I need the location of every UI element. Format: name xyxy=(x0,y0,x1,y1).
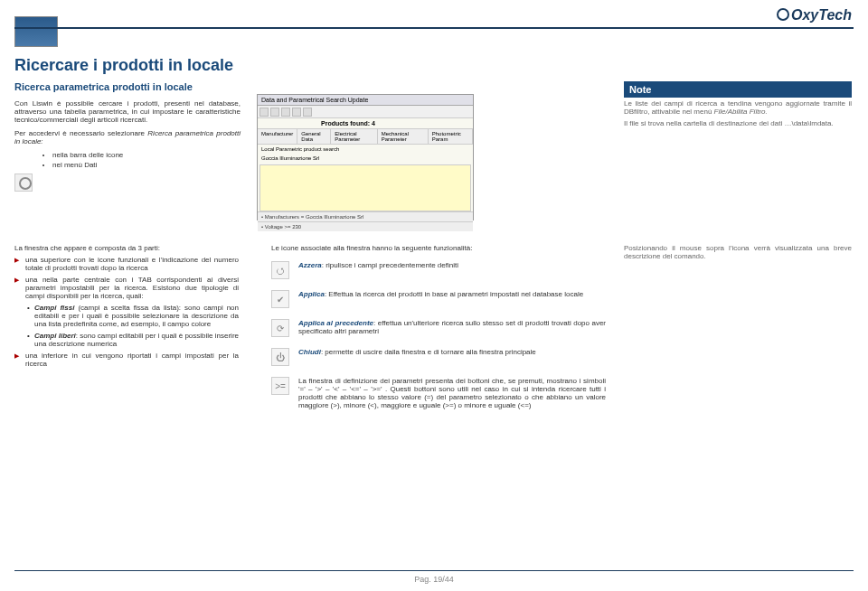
brand-label: OxyTech xyxy=(777,7,852,23)
col-left-p2: Per accedervi è necessario selezionare R… xyxy=(14,129,241,145)
lower-right-column: Posizionando il mouse sopra l'icona verr… xyxy=(624,244,852,260)
products-found: Products found: 4 xyxy=(258,118,473,129)
results-area xyxy=(259,164,471,211)
app-logo-thumb xyxy=(14,16,58,47)
embedded-screenshot: Data and Parametrical Search Update Prod… xyxy=(257,94,474,220)
tabs-row: Manufacturer General Data Electrical Par… xyxy=(258,129,473,145)
lower-left-column: La finestra che appare è composta da 3 p… xyxy=(14,244,239,371)
operators-text: La finestra di definizione dei parametri… xyxy=(298,377,606,409)
toolbar-icon xyxy=(281,108,290,117)
note-p1: Le liste dei campi di ricerca a tendina … xyxy=(624,99,852,116)
list-item: nella barra delle icone xyxy=(52,151,241,159)
toolbar-icon xyxy=(292,108,301,117)
arrow-item: una superiore con le icone funzionali e … xyxy=(14,256,239,272)
status-line-1: • Manufacturers = Goccia Illuminazione S… xyxy=(258,211,473,221)
status-line-2: • Voltage >= 230 xyxy=(258,221,473,231)
lower-right-p1: Posizionando il mouse sopra l'icona verr… xyxy=(624,244,852,260)
section-label: Local Parametric product search xyxy=(258,145,473,154)
lower-mid-lead: Le icone associate alla finestra hanno l… xyxy=(271,244,606,252)
close-icon: ⏻ xyxy=(271,348,289,366)
icon-row-chiudi: ⏻ Chiudi: permette di uscire dalla fines… xyxy=(271,348,606,366)
toolbar-icon xyxy=(303,108,312,117)
toolbar-icon xyxy=(270,108,279,117)
window-title: Data and Parametrical Search Update xyxy=(258,95,473,106)
tab: Manufacturer xyxy=(258,129,297,144)
bullet-item: Campi liberi: sono campi editabili per i… xyxy=(14,332,239,348)
tab: Mechanical Parameter xyxy=(378,129,429,144)
brand-ring-icon xyxy=(777,8,789,21)
footer-rule xyxy=(14,570,854,571)
tab: Electrical Parameter xyxy=(331,129,377,144)
window-toolbar xyxy=(258,106,473,118)
note-column: Le liste dei campi di ricerca a tendina … xyxy=(624,99,852,131)
list-item: nel menù Dati xyxy=(52,161,241,169)
col-left-p1: Con Liswin è possibile cercare i prodott… xyxy=(14,99,241,124)
icon-row-applica-prev: ⟳ Applica al precedente: effettua un'ult… xyxy=(271,319,606,337)
subtitle: Ricerca parametrica prodotti in locale xyxy=(14,81,193,92)
arrow-item: una inferiore in cui vengono riportati i… xyxy=(14,352,239,368)
arrow-item: una nella parte centrale con i TAB corri… xyxy=(14,276,239,300)
toolbar-icon xyxy=(259,108,269,117)
tab: Photometric Param xyxy=(429,129,473,144)
bullet-item: Campi fissi (campi a scelta fissa da lis… xyxy=(14,304,239,328)
footer-text: Pag. 19/44 xyxy=(0,575,868,584)
tab: General Data xyxy=(297,129,331,144)
lower-mid-column: Le icone associate alla finestra hanno l… xyxy=(271,244,606,420)
apply-icon: ✔ xyxy=(271,290,289,308)
note-p2: Il file si trova nella cartella di desti… xyxy=(624,119,852,127)
lower-left-intro: La finestra che appare è composta da 3 p… xyxy=(14,244,239,252)
icon-row-azzera: ⭯ Azzera: ripulisce i campi precedenteme… xyxy=(271,261,606,279)
apply-prev-icon: ⟳ xyxy=(271,319,289,337)
col-left: Con Liswin è possibile cercare i prodott… xyxy=(14,99,241,171)
icon-row-operators: >= La finestra di definizione dei parame… xyxy=(271,377,606,409)
search-icon xyxy=(14,174,33,192)
icon-row-applica: ✔ Applica: Effettua la ricerca dei prodo… xyxy=(271,290,606,308)
brand-text: OxyTech xyxy=(791,7,852,23)
col-left-list: nella barra delle icone nel menù Dati xyxy=(52,151,241,169)
row-value: Goccia Illuminazione Srl xyxy=(258,154,473,163)
reset-icon: ⭯ xyxy=(271,261,289,279)
page-title: Ricercare i prodotti in locale xyxy=(14,56,233,75)
top-rule xyxy=(14,27,854,29)
operator-icon: >= xyxy=(271,377,289,395)
note-badge: Note xyxy=(624,81,852,98)
